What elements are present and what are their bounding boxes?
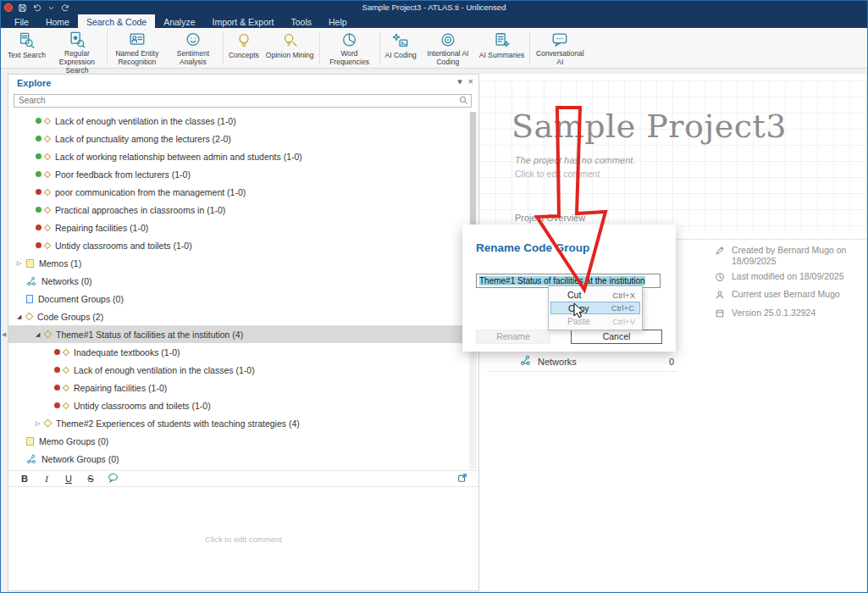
ribbon-group-separator xyxy=(379,32,380,65)
menu-tab-analyze[interactable]: Analyze xyxy=(155,14,203,28)
ribbon-group-separator xyxy=(529,32,530,65)
explore-search xyxy=(14,91,472,105)
ribbon-button-regular-expression-search[interactable]: Regular Expression Search xyxy=(49,30,105,68)
text-search-icon xyxy=(17,30,36,51)
context-menu-shortcut: Ctrl+X xyxy=(612,291,635,300)
tree-item-label: Lack of enough ventilation in the classe… xyxy=(55,116,236,126)
ribbon-button-named-entity-recognition[interactable]: Named Entity Recognition xyxy=(109,30,165,68)
italic-button[interactable]: I xyxy=(36,474,58,484)
tree-item[interactable]: Practical approaches in classrooms in (1… xyxy=(8,201,467,219)
menu-tab-tools[interactable]: Tools xyxy=(282,14,320,28)
ribbon-button-label: Text Search xyxy=(8,52,46,60)
panel-close-icon[interactable]: × xyxy=(468,77,473,86)
context-menu-copy[interactable]: CopyCtrl+C xyxy=(550,302,640,314)
networks-icon xyxy=(520,354,531,369)
rename-button[interactable]: Rename xyxy=(476,330,550,344)
tree-item[interactable]: Repairing facilities (1-0) xyxy=(8,219,467,236)
search-input[interactable] xyxy=(14,94,472,108)
tree-item-label: Code Groups (2) xyxy=(37,312,103,322)
tree-item[interactable]: ◢Code Groups (2) xyxy=(8,308,467,325)
tree-item[interactable]: Networks (0) xyxy=(8,272,467,290)
tree-item-label: Repairing facilities (1-0) xyxy=(55,223,148,233)
tree-item[interactable]: Poor feedback from lecturers (1-0) xyxy=(8,165,467,183)
project-info-text: Last modified on 18/09/2025 xyxy=(732,271,844,285)
comment-bubble-icon[interactable] xyxy=(102,473,124,485)
concepts-icon xyxy=(235,30,253,51)
menu-tab-search-code[interactable]: Search & Code xyxy=(78,14,155,28)
tree-item[interactable]: Untidy classrooms and toilets (1-0) xyxy=(8,396,467,414)
ribbon-button-concepts[interactable]: Concepts xyxy=(225,30,263,68)
tree-item[interactable]: Untidy classrooms and toilets (1-0) xyxy=(8,236,467,254)
ribbon-button-intentional-ai-coding[interactable]: Intentional AI Coding xyxy=(420,30,476,68)
tree-item-label: Lack of working relationship between adm… xyxy=(55,152,302,162)
ribbon-button-ai-coding[interactable]: AI Coding xyxy=(382,30,420,68)
tree-item[interactable]: Network Groups (0) xyxy=(8,450,467,468)
networks-label: Networks xyxy=(538,357,577,367)
networks-divider xyxy=(488,371,677,372)
project-no-comment-text: The project has no comment. xyxy=(515,155,635,165)
cancel-button[interactable]: Cancel xyxy=(571,330,662,344)
project-title: Sample Project3 xyxy=(511,108,787,145)
tree-item-label: Memo Groups (0) xyxy=(39,436,108,446)
tree-item[interactable]: Lack of enough ventilation in the classe… xyxy=(8,361,467,379)
tree-item[interactable]: Lack of punctuality among the lecturers … xyxy=(8,130,467,147)
ai-coding-icon xyxy=(391,30,410,51)
ribbon-button-conversational-ai[interactable]: Conversational AI xyxy=(532,30,588,68)
tree-item[interactable]: ▷Theme#2 Experiences of students with te… xyxy=(8,414,467,432)
underline-button[interactable]: U xyxy=(58,474,80,484)
code-icon xyxy=(54,402,69,408)
tree-item[interactable]: Memo Groups (0) xyxy=(8,432,467,450)
ribbon-button-label: Conversational AI xyxy=(535,50,584,67)
tree-item[interactable]: ◢Theme#1 Status of facilities at the ins… xyxy=(8,325,467,343)
networks-count: 0 xyxy=(669,357,674,367)
ribbon-button-ai-summaries[interactable]: AI Summaries xyxy=(476,30,528,68)
tree-item[interactable]: poor communication from the management (… xyxy=(8,183,467,201)
ribbon-toolbar: Text SearchRegular Expression SearchName… xyxy=(1,28,867,69)
tree-item[interactable]: Repairing facilities (1-0) xyxy=(8,379,467,396)
ribbon-button-label: Regular Expression Search xyxy=(53,50,102,75)
ribbon-button-label: Named Entity Recognition xyxy=(113,50,162,67)
tree-item[interactable]: Document Groups (0) xyxy=(8,290,467,308)
code-icon xyxy=(36,136,50,141)
tree-item-label: Practical approaches in classrooms in (1… xyxy=(55,205,225,215)
tree-item-label: Untidy classrooms and toilets (1-0) xyxy=(55,241,192,251)
project-click-to-edit[interactable]: Click to edit comment xyxy=(515,169,600,179)
pencil-icon xyxy=(715,245,726,267)
tree-item[interactable]: Inadequate textbooks (1-0) xyxy=(8,343,467,361)
tree-expand-icon[interactable]: ▷ xyxy=(17,260,26,267)
tree-item-label: Lack of punctuality among the lecturers … xyxy=(55,134,231,144)
ribbon-button-opinion-mining[interactable]: Opinion Mining xyxy=(263,30,318,68)
ribbon-button-sentiment-analysis[interactable]: Sentiment Analysis xyxy=(165,30,221,68)
menu-tab-file[interactable]: File xyxy=(6,14,37,28)
ribbon-button-label: Opinion Mining xyxy=(266,52,314,60)
context-menu-cut[interactable]: CutCtrl+X xyxy=(549,288,642,302)
project-info-row: Last modified on 18/09/2025 xyxy=(715,271,864,285)
strikethrough-button[interactable]: S xyxy=(80,474,102,484)
panel-collapse-icon[interactable]: ◀ xyxy=(2,331,6,338)
overview-networks-row[interactable]: Networks 0 xyxy=(520,354,674,369)
context-menu: CutCtrl+XCopyCtrl+CPasteCtrl+V xyxy=(548,285,643,330)
comment-area[interactable]: Click to edit comment xyxy=(8,488,478,590)
tree-item[interactable]: Lack of working relationship between adm… xyxy=(8,147,467,165)
bold-button[interactable]: B xyxy=(14,474,36,484)
menu-tab-import-export[interactable]: Import & Export xyxy=(204,14,283,28)
ribbon-button-text-search[interactable]: Text Search xyxy=(4,30,49,68)
tree-item-label: Poor feedback from lecturers (1-0) xyxy=(55,169,191,180)
tree-item[interactable]: ▷Memos (1) xyxy=(8,254,467,272)
context-menu-shortcut: Ctrl+V xyxy=(612,317,635,326)
tree-item[interactable]: Lack of enough ventilation in the classe… xyxy=(8,112,467,130)
menu-tab-home[interactable]: Home xyxy=(37,14,78,28)
panel-menu-caret-icon[interactable]: ▼ xyxy=(457,79,462,86)
open-comment-editor-icon[interactable] xyxy=(451,473,473,485)
explore-panel-title: Explore xyxy=(17,78,51,88)
network-icon xyxy=(26,454,36,464)
code-icon xyxy=(54,385,69,391)
ribbon-button-word-frequencies[interactable]: Word Frequencies xyxy=(322,30,378,68)
code-icon xyxy=(36,118,50,124)
tree-item-label: Lack of enough ventilation in the classe… xyxy=(74,365,255,375)
menu-tab-help[interactable]: Help xyxy=(320,14,356,28)
tree-item-label: Networks (0) xyxy=(41,276,92,286)
tree-item-label: Document Groups (0) xyxy=(38,294,124,304)
intentional-ai-icon xyxy=(439,30,457,49)
clock-icon xyxy=(715,271,726,285)
